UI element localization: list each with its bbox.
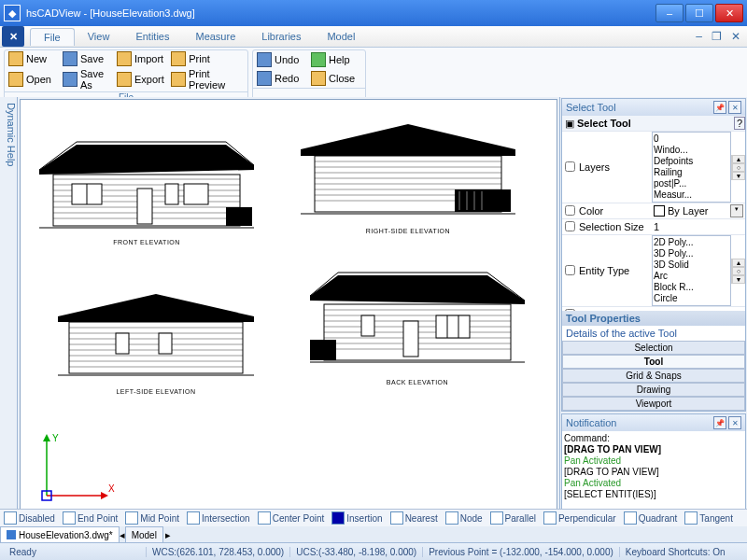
snap-node[interactable]: Node xyxy=(442,511,486,525)
midpoint-icon xyxy=(125,511,138,525)
tangent-icon xyxy=(684,511,698,525)
panel-close-icon[interactable]: ✕ xyxy=(728,416,741,429)
svg-marker-64 xyxy=(43,434,50,441)
mdi-minimize-button[interactable]: – xyxy=(691,30,707,43)
quadrant-icon xyxy=(624,511,637,525)
mdi-close-button[interactable]: ✕ xyxy=(726,30,745,43)
layers-checkbox[interactable] xyxy=(565,161,575,172)
doc-tab-model[interactable]: Model xyxy=(125,526,163,543)
import-button[interactable]: Import xyxy=(113,50,167,67)
save-button[interactable]: Save xyxy=(59,50,113,67)
menu-bar: ✕ File View Entities Measure Libraries M… xyxy=(0,26,747,48)
entity-type-listbox[interactable]: 2D Poly...3D Poly... 3D SolidArc Block R… xyxy=(652,235,731,306)
tab-tool[interactable]: Tool xyxy=(562,355,745,369)
layers-listbox[interactable]: 0Windo... DefpointsRailing post|P...Meas… xyxy=(652,132,731,203)
color-checkbox[interactable] xyxy=(565,205,575,216)
undo-icon xyxy=(257,52,272,67)
tab-drawing[interactable]: Drawing xyxy=(562,383,745,397)
snap-centerpoint[interactable]: Center Point xyxy=(254,511,329,525)
new-button[interactable]: New xyxy=(5,50,59,67)
chevron-down-icon[interactable]: ▾ xyxy=(730,204,743,217)
tool-properties-header[interactable]: Tool Properties xyxy=(562,311,745,326)
file-icon xyxy=(7,530,16,539)
redo-icon xyxy=(257,71,272,86)
svg-rect-13 xyxy=(165,184,178,204)
snap-quadrant[interactable]: Quadrant xyxy=(620,511,682,525)
drawing-canvas[interactable]: FRONT ELEVATION RIGHT-SIDE ELE xyxy=(20,99,557,525)
pin-icon[interactable]: 📌 xyxy=(713,416,726,429)
redo-button[interactable]: Redo xyxy=(253,69,307,88)
status-ready: Ready xyxy=(4,547,147,557)
export-button[interactable]: Export xyxy=(113,67,167,91)
etype-down[interactable]: ▼ xyxy=(732,275,745,284)
status-wcs: WCS:(626.101, 728.453, 0.000) xyxy=(147,547,290,557)
entity-type-checkbox[interactable] xyxy=(565,265,575,275)
snap-insertion[interactable]: Insertion xyxy=(328,511,386,525)
doc-tab-file[interactable]: HouseElevation3.dwg* xyxy=(0,526,120,543)
print-preview-button[interactable]: Print Preview xyxy=(167,67,249,91)
app-icon: ◆ xyxy=(4,5,21,21)
layers-up[interactable]: ▲ xyxy=(732,155,745,163)
close-button[interactable]: ✕ xyxy=(715,4,743,22)
saveas-button[interactable]: Save As xyxy=(59,67,113,91)
svg-marker-46 xyxy=(310,275,525,304)
help-button[interactable]: Help xyxy=(307,50,361,69)
color-value[interactable]: By Layer▾ xyxy=(652,203,745,218)
maximize-button[interactable]: ☐ xyxy=(685,4,713,22)
open-button[interactable]: Open xyxy=(5,67,59,91)
snap-endpoint[interactable]: End Point xyxy=(59,511,121,525)
etype-up[interactable]: ▲ xyxy=(732,259,745,267)
menu-libraries[interactable]: Libraries xyxy=(248,28,314,45)
snap-disabled[interactable]: Disabled xyxy=(0,511,59,525)
svg-rect-34 xyxy=(69,322,243,373)
help-icon xyxy=(311,52,326,67)
dynamic-help-tab[interactable]: Dynamic Help xyxy=(0,97,18,526)
svg-rect-58 xyxy=(436,315,470,338)
selection-size-value[interactable]: 1 xyxy=(652,220,745,233)
menu-measure[interactable]: Measure xyxy=(182,28,248,45)
pin-icon[interactable]: 📌 xyxy=(713,101,726,114)
endpoint-icon xyxy=(63,511,76,525)
print-button[interactable]: Print xyxy=(167,50,221,67)
snap-nearest[interactable]: Nearest xyxy=(387,511,442,525)
undo-button[interactable]: Undo xyxy=(253,50,307,69)
snap-perpendicular[interactable]: Perpendicular xyxy=(540,511,620,525)
svg-rect-61 xyxy=(310,340,336,360)
perpendicular-icon xyxy=(543,511,557,525)
snap-tangent[interactable]: Tangent xyxy=(681,511,737,525)
help-icon[interactable]: ? xyxy=(734,117,745,130)
tab-grid-snaps[interactable]: Grid & Snaps xyxy=(562,369,745,383)
snap-midpoint[interactable]: Mid Point xyxy=(121,511,183,525)
panel-close-icon[interactable]: ✕ xyxy=(728,101,741,114)
layers-scroll[interactable]: ○ xyxy=(732,163,745,172)
layers-down[interactable]: ▼ xyxy=(732,172,745,180)
disabled-icon xyxy=(4,511,17,525)
tab-selection[interactable]: Selection xyxy=(562,341,745,355)
snap-intersection[interactable]: Intersection xyxy=(183,511,254,525)
svg-marker-67 xyxy=(101,492,108,499)
centerpoint-icon xyxy=(258,511,271,525)
mdi-restore-button[interactable]: ❐ xyxy=(707,30,726,43)
menu-view[interactable]: View xyxy=(75,28,123,45)
svg-marker-0 xyxy=(39,145,254,175)
status-prev-point: Previous Point = (-132.000, -154.000, 0.… xyxy=(423,547,620,557)
left-elevation: LEFT-SIDE ELEVATION xyxy=(58,287,254,395)
minimize-button[interactable]: – xyxy=(655,4,684,22)
document-tabs: HouseElevation3.dwg* ◂ Model ▸ xyxy=(0,526,747,543)
notification-log[interactable]: Command: [DRAG TO PAN VIEW] Pan Activate… xyxy=(562,431,745,510)
snap-parallel[interactable]: Parallel xyxy=(486,511,540,525)
menu-model[interactable]: Model xyxy=(314,28,368,45)
app-logo[interactable]: ✕ xyxy=(2,26,24,47)
tab-viewport[interactable]: Viewport xyxy=(562,397,745,411)
selection-size-checkbox[interactable] xyxy=(565,221,575,231)
close-file-button[interactable]: Close xyxy=(307,69,361,88)
etype-scroll[interactable]: ○ xyxy=(732,267,745,275)
menu-entities[interactable]: Entities xyxy=(122,28,182,45)
nearest-icon xyxy=(390,511,403,525)
title-bar: ◆ hsCADView - [HouseElevation3.dwg] – ☐ … xyxy=(0,0,747,26)
svg-rect-14 xyxy=(184,184,208,204)
menu-file[interactable]: File xyxy=(30,28,75,46)
workspace: Dynamic Help xyxy=(0,97,747,526)
parallel-icon xyxy=(490,511,503,525)
node-icon xyxy=(445,511,458,525)
